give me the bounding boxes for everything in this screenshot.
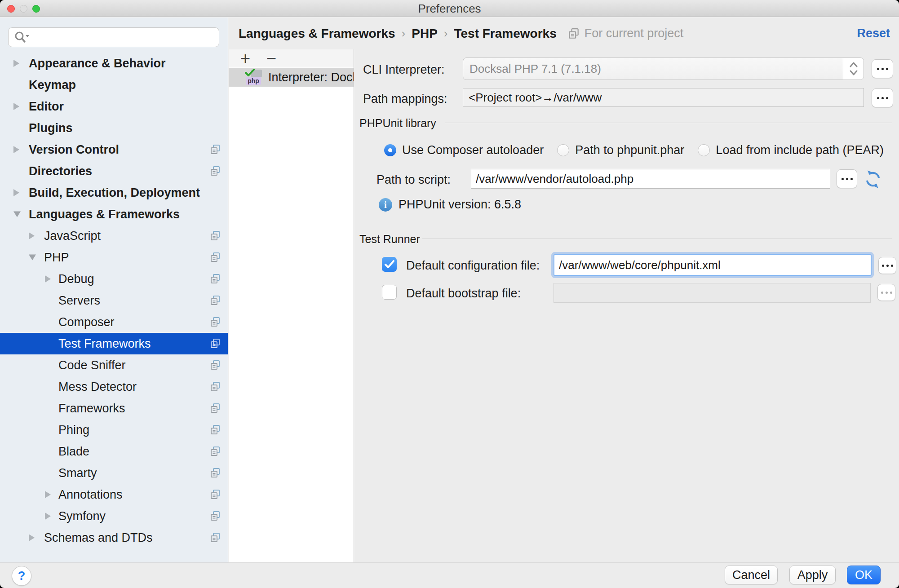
sidebar-item-blade[interactable]: Blade — [0, 441, 228, 462]
path-to-script-browse-button[interactable] — [837, 169, 857, 188]
sidebar-item-label: Appearance & Behavior — [29, 57, 166, 71]
scope-indicator: For current project — [568, 27, 684, 40]
sidebar-item-php[interactable]: PHP — [0, 247, 228, 268]
section-divider — [422, 239, 892, 239]
sidebar-item-editor[interactable]: Editor — [0, 96, 228, 117]
settings-header: Languages & Frameworks›PHP›Test Framewor… — [229, 18, 899, 49]
sidebar-item-languages-frameworks[interactable]: Languages & Frameworks — [0, 203, 228, 225]
path-to-script-input[interactable] — [471, 169, 830, 189]
radio-load-from-include-path-pear[interactable]: Load from include path (PEAR) — [698, 143, 884, 157]
sidebar-item-label: Test Frameworks — [58, 337, 151, 351]
remove-interpreter-button[interactable]: − — [262, 50, 281, 66]
settings-search-box[interactable] — [8, 27, 219, 47]
search-input[interactable] — [33, 31, 219, 44]
sidebar-item-label: Symfony — [58, 509, 106, 523]
checkmark-icon — [384, 260, 395, 269]
sidebar-item-label: JavaScript — [44, 229, 101, 243]
apply-button[interactable]: Apply — [789, 566, 836, 584]
dialog-footer: ? Cancel Apply OK — [0, 562, 899, 588]
sidebar-item-schemas-and-dtds[interactable]: Schemas and DTDs — [0, 527, 228, 548]
chevron-right-icon[interactable] — [13, 146, 19, 153]
default-bootstrap-file-checkbox[interactable] — [382, 285, 397, 300]
current-project-icon — [210, 511, 221, 522]
sidebar-item-annotations[interactable]: Annotations — [0, 484, 228, 505]
current-project-icon — [568, 28, 580, 40]
breadcrumb-separator: › — [402, 27, 406, 40]
sidebar-item-mess-detector[interactable]: Mess Detector — [0, 376, 228, 398]
chevron-right-icon[interactable] — [13, 60, 19, 67]
reload-phpunit-version-icon[interactable] — [864, 170, 882, 189]
stepper-icon[interactable] — [843, 58, 864, 80]
current-project-icon — [210, 532, 221, 543]
cli-interpreter-browse-button[interactable] — [872, 59, 893, 78]
sidebar-item-label: Keymap — [29, 78, 76, 92]
sidebar-item-label: Composer — [58, 315, 115, 329]
default-bootstrap-file-label: Default bootstrap file: — [406, 287, 521, 301]
current-project-icon — [210, 166, 221, 177]
radio-label: Use Composer autoloader — [402, 143, 544, 157]
default-configuration-file-checkbox[interactable] — [382, 257, 397, 272]
sidebar-item-javascript[interactable]: JavaScript — [0, 225, 228, 247]
interpreter-label: Interpreter: Dock — [268, 71, 354, 84]
default-configuration-file-browse-button[interactable] — [878, 257, 896, 274]
radio-label: Load from include path (PEAR) — [716, 143, 884, 157]
sidebar-item-code-sniffer[interactable]: Code Sniffer — [0, 354, 228, 376]
chevron-down-icon[interactable] — [13, 212, 21, 217]
chevron-right-icon[interactable] — [45, 491, 51, 498]
sidebar-item-debug[interactable]: Debug — [0, 268, 228, 290]
current-project-icon — [210, 317, 221, 327]
breadcrumb-item-php[interactable]: PHP — [412, 27, 438, 41]
sidebar-item-plugins[interactable]: Plugins — [0, 117, 228, 139]
current-project-icon — [210, 468, 221, 478]
sidebar-item-keymap[interactable]: Keymap — [0, 74, 228, 96]
chevron-right-icon[interactable] — [29, 534, 35, 541]
breadcrumb-item-languages-frameworks[interactable]: Languages & Frameworks — [239, 27, 395, 41]
default-bootstrap-file-input[interactable] — [554, 283, 871, 303]
add-interpreter-button[interactable]: + — [236, 50, 255, 66]
section-divider — [445, 123, 892, 123]
chevron-right-icon[interactable] — [13, 103, 19, 110]
sidebar-item-appearance-behavior[interactable]: Appearance & Behavior — [0, 53, 228, 74]
chevron-right-icon[interactable] — [13, 189, 19, 196]
sidebar-item-composer[interactable]: Composer — [0, 311, 228, 333]
sidebar-item-frameworks[interactable]: Frameworks — [0, 398, 228, 419]
cancel-button[interactable]: Cancel — [725, 566, 778, 584]
php-interpreter-icon: php — [245, 69, 265, 86]
sidebar-item-label: Languages & Frameworks — [29, 208, 180, 221]
sidebar-item-phing[interactable]: Phing — [0, 419, 228, 441]
interpreter-list-item[interactable]: php Interpreter: Dock — [229, 68, 354, 87]
sidebar-item-label: Version Control — [29, 143, 119, 157]
chevron-right-icon[interactable] — [45, 513, 51, 520]
sidebar-item-test-frameworks[interactable]: Test Frameworks — [0, 333, 228, 354]
sidebar-item-servers[interactable]: Servers — [0, 290, 228, 311]
radio-path-to-phpunit-phar[interactable]: Path to phpunit.phar — [557, 143, 684, 157]
radio-button-icon[interactable] — [557, 144, 569, 156]
breadcrumb-item-test-frameworks[interactable]: Test Frameworks — [454, 27, 556, 41]
sidebar-item-symfony[interactable]: Symfony — [0, 505, 228, 527]
default-bootstrap-file-browse-button[interactable] — [877, 284, 895, 301]
search-icon — [14, 31, 29, 44]
test-runner-section-label: Test Runner — [359, 233, 420, 246]
radio-button-icon[interactable] — [698, 144, 710, 156]
sidebar-item-smarty[interactable]: Smarty — [0, 462, 228, 484]
reset-link[interactable]: Reset — [857, 27, 890, 40]
radio-use-composer-autoloader[interactable]: Use Composer autoloader — [384, 143, 544, 157]
sidebar-item-build-execution-deployment[interactable]: Build, Execution, Deployment — [0, 182, 228, 203]
current-project-icon — [210, 446, 221, 457]
sidebar-item-label: Directories — [29, 164, 92, 178]
path-mappings-browse-button[interactable] — [872, 88, 893, 107]
default-configuration-file-label: Default configuration file: — [406, 259, 540, 273]
path-mappings-field[interactable]: <Project root>→/var/www — [463, 88, 864, 107]
cli-interpreter-select[interactable]: Docksal PHP 7.1 (7.1.18) — [463, 57, 864, 80]
chevron-right-icon[interactable] — [45, 275, 51, 283]
chevron-down-icon[interactable] — [29, 255, 36, 261]
chevron-right-icon[interactable] — [29, 232, 35, 239]
radio-button-icon[interactable] — [384, 144, 396, 156]
default-configuration-file-input[interactable] — [554, 254, 872, 276]
help-button[interactable]: ? — [12, 566, 31, 586]
ok-button[interactable]: OK — [847, 566, 881, 584]
sidebar-item-version-control[interactable]: Version Control — [0, 139, 228, 160]
sidebar-item-label: Annotations — [58, 488, 123, 502]
settings-sidebar: Appearance & BehaviorKeymapEditorPlugins… — [0, 18, 228, 562]
sidebar-item-directories[interactable]: Directories — [0, 160, 228, 182]
